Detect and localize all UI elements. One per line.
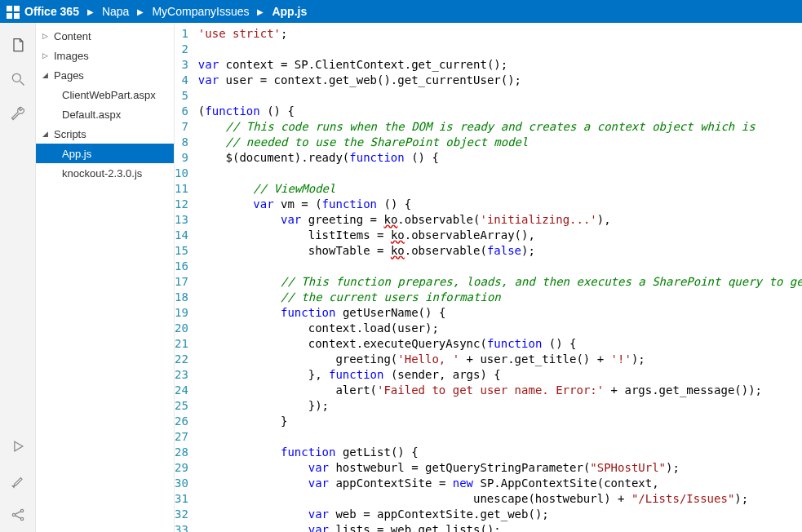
line-number: 22 <box>175 352 188 367</box>
line-number: 30 <box>175 476 188 491</box>
svg-line-5 <box>20 82 24 86</box>
code-line[interactable]: // needed to use the SharePoint object m… <box>198 135 802 150</box>
svg-marker-6 <box>14 441 22 451</box>
code-line[interactable]: }, function (sender, args) { <box>198 367 802 383</box>
code-line[interactable]: var web = appContextSite.get_web(); <box>198 507 802 522</box>
tree-file-label: ClientWebPart.aspx <box>62 89 156 101</box>
line-number: 12 <box>175 197 188 212</box>
line-number: 21 <box>175 336 188 352</box>
code-line[interactable]: context.load(user); <box>198 321 802 336</box>
code-line[interactable]: } <box>198 414 802 429</box>
line-number: 23 <box>175 367 188 383</box>
code-line[interactable]: var context = SP.ClientContext.get_curre… <box>198 57 802 73</box>
svg-line-10 <box>15 512 20 514</box>
tree-folder-label: Pages <box>54 69 84 82</box>
svg-rect-1 <box>14 6 20 11</box>
tree-file[interactable]: knockout-2.3.0.js <box>36 163 174 183</box>
code-line[interactable]: // This function prepares, loads, and th… <box>198 274 802 290</box>
svg-point-8 <box>20 509 23 512</box>
svg-rect-0 <box>7 6 12 11</box>
line-number: 10 <box>175 166 188 181</box>
arrow-right-icon: ▷ <box>42 32 51 40</box>
tree-folder[interactable]: ◢Pages <box>36 65 174 85</box>
files-icon[interactable] <box>6 33 30 57</box>
line-number: 1 <box>175 26 188 42</box>
code-line[interactable]: function getUserName() { <box>198 305 802 321</box>
code-line[interactable] <box>198 166 802 181</box>
code-line[interactable] <box>198 259 802 274</box>
code-line[interactable]: (function () { <box>198 104 802 119</box>
code-line[interactable] <box>198 429 802 445</box>
tree-folder[interactable]: ▷Images <box>36 46 174 65</box>
play-icon[interactable] <box>6 434 30 459</box>
code-content[interactable]: 'use strict'; var context = SP.ClientCon… <box>195 23 802 532</box>
brush-icon[interactable] <box>6 468 30 493</box>
code-line[interactable]: var hostweburl = getQueryStringParameter… <box>198 460 802 476</box>
file-tree: ▷Content▷Images◢PagesClientWebPart.aspxD… <box>36 23 175 532</box>
line-number: 25 <box>175 398 188 414</box>
left-rail <box>0 23 36 532</box>
code-line[interactable]: // This code runs when the DOM is ready … <box>198 119 802 135</box>
code-line[interactable]: var appContextSite = new SP.AppContextSi… <box>198 476 802 491</box>
chevron-right-icon: ▶ <box>257 7 264 16</box>
line-number: 14 <box>175 228 188 243</box>
tree-file[interactable]: Default.aspx <box>36 104 174 124</box>
tree-file-label: App.js <box>62 148 91 160</box>
line-number: 11 <box>175 181 188 197</box>
code-line[interactable]: showTable = ko.observable(false); <box>198 243 802 259</box>
line-number: 33 <box>175 522 188 532</box>
code-line[interactable]: var vm = (function () { <box>198 197 802 212</box>
top-breadcrumb-bar: Office 365 ▶ Napa ▶ MyCompanyIssues ▶ Ap… <box>0 0 802 23</box>
line-number-gutter: 1234567891011121314151617181920212223242… <box>175 23 195 532</box>
code-line[interactable]: $(document).ready(function () { <box>198 150 802 166</box>
svg-rect-3 <box>14 13 20 19</box>
breadcrumb-file[interactable]: App.js <box>272 5 307 18</box>
code-line[interactable]: 'use strict'; <box>198 26 802 42</box>
code-line[interactable]: // ViewModel <box>198 181 802 197</box>
arrow-right-icon: ▷ <box>42 51 51 60</box>
code-line[interactable]: context.executeQueryAsync(function () { <box>198 336 802 352</box>
line-number: 20 <box>175 321 188 336</box>
code-line[interactable]: greeting('Hello, ' + user.get_title() + … <box>198 352 802 367</box>
code-line[interactable]: unescape(hostweburl) + "/Lists/Issues"); <box>198 491 802 507</box>
line-number: 28 <box>175 445 188 460</box>
tree-folder[interactable]: ◢Scripts <box>36 124 174 144</box>
code-line[interactable] <box>198 42 802 57</box>
breadcrumb-napa[interactable]: Napa <box>102 5 129 18</box>
chevron-right-icon: ▶ <box>87 7 94 16</box>
tree-file[interactable]: ClientWebPart.aspx <box>36 85 174 104</box>
tree-file[interactable]: App.js <box>36 144 174 163</box>
line-number: 13 <box>175 212 188 228</box>
tree-folder-label: Images <box>54 50 89 62</box>
line-number: 19 <box>175 305 188 321</box>
share-icon[interactable] <box>6 503 30 527</box>
wrench-icon[interactable] <box>6 101 30 126</box>
code-line[interactable]: listItems = ko.observableArray(), <box>198 228 802 243</box>
line-number: 9 <box>175 150 188 166</box>
code-line[interactable]: var greeting = ko.observable('initializi… <box>198 212 802 228</box>
code-line[interactable]: var lists = web.get_lists(); <box>198 522 802 532</box>
code-line[interactable]: alert('Failed to get user name. Error:' … <box>198 383 802 398</box>
code-line[interactable]: var user = context.get_web().get_current… <box>198 73 802 88</box>
line-number: 27 <box>175 429 188 445</box>
tree-folder-label: Content <box>54 30 91 42</box>
line-number: 5 <box>175 88 188 104</box>
svg-point-4 <box>12 73 20 82</box>
search-icon[interactable] <box>6 67 30 91</box>
code-line[interactable]: }); <box>198 398 802 414</box>
svg-point-7 <box>12 513 15 516</box>
chevron-right-icon: ▶ <box>137 7 144 16</box>
code-editor[interactable]: 1234567891011121314151617181920212223242… <box>175 23 802 532</box>
line-number: 17 <box>175 274 188 290</box>
code-line[interactable]: function getList() { <box>198 445 802 460</box>
tree-folder[interactable]: ▷Content <box>36 26 174 46</box>
line-number: 6 <box>175 104 188 119</box>
breadcrumb-project[interactable]: MyCompanyIssues <box>152 5 249 18</box>
line-number: 3 <box>175 57 188 73</box>
tree-file-label: Default.aspx <box>62 109 121 121</box>
code-line[interactable] <box>198 88 802 104</box>
code-line[interactable]: // the current users information <box>198 290 802 305</box>
line-number: 2 <box>175 42 188 57</box>
line-number: 16 <box>175 259 188 274</box>
line-number: 26 <box>175 414 188 429</box>
